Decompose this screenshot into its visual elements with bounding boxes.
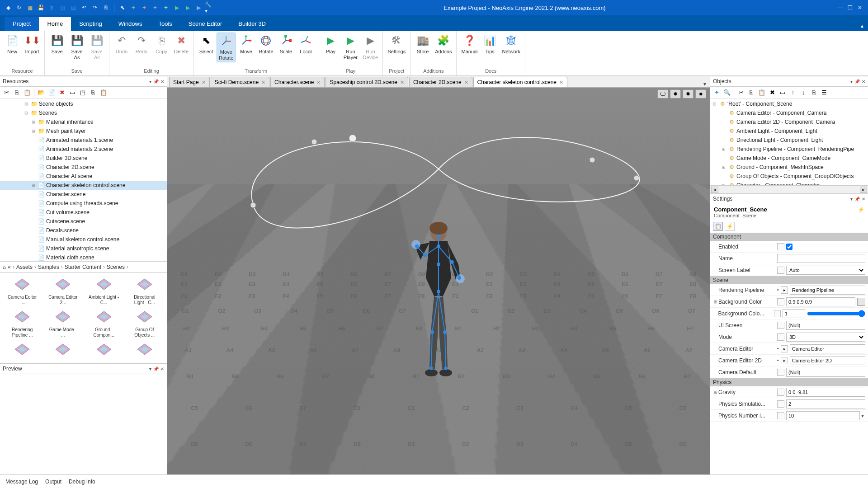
redo-button[interactable]: ↷Redo	[132, 33, 151, 56]
bgcolor-input[interactable]	[786, 297, 855, 306]
menu-scene-editor[interactable]: Scene Editor	[180, 17, 230, 31]
tree-item[interactable]: ⊞📁Mesh paint layer	[0, 127, 167, 136]
document-tab[interactable]: Start Page✕	[169, 77, 210, 87]
lightning-icon[interactable]: ⚡	[858, 206, 864, 213]
run-player-button[interactable]: ▶Run Player	[341, 33, 360, 61]
tree-item[interactable]: 📄Cutscene.scene	[0, 217, 167, 226]
settings-tab-props[interactable]: 📋	[713, 222, 723, 231]
objects-tree[interactable]: ⊟⚙'Root' - Component_Scene⚙Camera Editor…	[710, 99, 868, 185]
vp-monitor-icon[interactable]: 🖵	[657, 89, 668, 99]
copy-icon[interactable]: ⎘	[747, 88, 756, 97]
asset-item[interactable]	[126, 342, 163, 360]
tree-item[interactable]: 📄Animated materials 1.scene	[0, 136, 167, 145]
asset-item[interactable]: Ambient Light - C...	[85, 277, 123, 305]
breadcrumb-item[interactable]: Scenes	[107, 264, 125, 270]
menu-home[interactable]: Home	[39, 17, 71, 31]
scale-button[interactable]: Scale	[276, 33, 295, 56]
vp-camera-icon[interactable]: ■	[695, 89, 706, 99]
menu-scripting[interactable]: Scripting	[71, 17, 110, 31]
tree-toggle-icon[interactable]: ⊞	[721, 165, 726, 169]
tree-item[interactable]: ⊞⚙Character - Component_Character	[710, 181, 868, 185]
close-icon[interactable]: ✕	[855, 3, 864, 12]
folder-open-icon[interactable]: 📂	[37, 88, 46, 97]
vp-light2-icon[interactable]: ✹	[683, 89, 693, 99]
tree-item[interactable]: ⊞⚙Rendering Pipeline - Component_Renderi…	[710, 145, 868, 154]
asset-item[interactable]: Camera Editor - ...	[4, 277, 41, 305]
camera-editor-input[interactable]	[790, 344, 865, 353]
panel-pin-icon[interactable]: 📌	[854, 79, 860, 84]
qat-undo-icon[interactable]: ↶	[80, 3, 89, 12]
enabled-checkbox[interactable]	[786, 244, 793, 250]
settings-button[interactable]: 🛠Settings	[386, 33, 407, 56]
save-as-button[interactable]: 💾Save As	[67, 33, 86, 61]
asset-item[interactable]: Directional Light - C...	[126, 277, 163, 305]
panel-dropdown-icon[interactable]: ▾	[850, 197, 853, 202]
new-file-icon[interactable]: 📄	[47, 88, 56, 97]
status-output[interactable]: Output	[45, 479, 61, 485]
qat-select-icon[interactable]: ⬉	[118, 3, 127, 12]
asset-item[interactable]	[85, 342, 123, 360]
qat-sync-icon[interactable]: ↻	[14, 3, 24, 12]
rotate-button[interactable]: Rotate	[256, 33, 275, 56]
status-debug-info[interactable]: Debug Info	[69, 479, 95, 485]
asset-item[interactable]: Camera Editor 2...	[44, 277, 81, 305]
breadcrumb-item[interactable]: Assets	[16, 264, 33, 270]
rename-icon[interactable]: ▭	[68, 88, 77, 97]
ribbon-collapse-icon[interactable]: ▴	[856, 21, 868, 31]
save-button[interactable]: 💾Save	[47, 33, 66, 56]
breadcrumb-item[interactable]: «	[8, 264, 11, 270]
tree-item[interactable]: 📄Cut volume.scene	[0, 208, 167, 217]
name-input[interactable]	[777, 254, 865, 263]
tab-close-icon[interactable]: ✕	[464, 80, 468, 85]
horizontal-scrollbar[interactable]: ◄►	[710, 185, 868, 193]
qat-tools-icon[interactable]: 🔧▾	[205, 3, 214, 12]
color-swatch[interactable]	[857, 298, 865, 306]
breadcrumb-item[interactable]: Samples	[38, 264, 59, 270]
qat-save-icon[interactable]: 💾	[36, 3, 45, 12]
document-tab[interactable]: Character skeleton control.scene✕	[473, 77, 567, 87]
screen-label-combo[interactable]: Auto	[786, 266, 865, 275]
minimize-icon[interactable]: —	[835, 3, 844, 12]
settings-tab-events[interactable]: ⚡	[725, 222, 735, 231]
qat-copy-icon[interactable]: ⎘	[101, 3, 110, 12]
tree-item[interactable]: ⊟⚙'Root' - Component_Scene	[710, 99, 868, 108]
tab-close-icon[interactable]: ✕	[202, 80, 206, 85]
panel-pin-icon[interactable]: 📌	[153, 366, 159, 371]
tree-toggle-icon[interactable]: ⊞	[721, 147, 726, 151]
mode-combo[interactable]: 3D	[786, 333, 865, 342]
tab-close-icon[interactable]: ✕	[261, 80, 265, 85]
save-all-button[interactable]: 💾Save All	[87, 33, 106, 61]
panel-pin-icon[interactable]: 📌	[153, 79, 159, 84]
run-device-button[interactable]: ▶Run Device	[361, 33, 380, 61]
paste-icon[interactable]: 📋	[757, 88, 766, 97]
tree-item[interactable]: 📄Character AI.scene	[0, 172, 167, 181]
tab-close-icon[interactable]: ✕	[316, 80, 321, 85]
menu-project[interactable]: Project	[5, 17, 39, 31]
qat-layout1-icon[interactable]: ◫	[58, 3, 67, 12]
delete-button[interactable]: ✖Delete	[172, 33, 191, 56]
duplicate-icon[interactable]: ⎘	[89, 88, 98, 97]
menu-builder-3d[interactable]: Builder 3D	[230, 17, 274, 31]
rename-icon[interactable]: ▭	[778, 88, 787, 97]
breadcrumb[interactable]: ⌂«›Assets›Samples›Starter Content›Scenes…	[0, 261, 167, 273]
delete-icon[interactable]: ✖	[768, 88, 777, 97]
tree-item[interactable]: ⚙Camera Editor - Component_Camera	[710, 108, 868, 117]
import-button[interactable]: ⬇⬇Import	[23, 33, 42, 56]
tab-close-icon[interactable]: ✕	[559, 80, 563, 85]
qat-axis4-icon[interactable]: ✦	[161, 3, 170, 12]
tree-item[interactable]: 📄Builder 3D.scene	[0, 154, 167, 163]
addons-button[interactable]: 🧩Addons	[433, 33, 453, 56]
character-figure[interactable]	[398, 219, 479, 388]
tree-toggle-icon[interactable]: ⊞	[31, 183, 36, 188]
tree-item[interactable]: 📄Character.scene	[0, 190, 167, 199]
asset-item[interactable]: Rendering Pipeline ...	[4, 309, 41, 338]
local-button[interactable]: Local	[296, 33, 315, 56]
tree-item[interactable]: ⚙Directional Light - Component_Light	[710, 136, 868, 145]
vp-light-icon[interactable]: ✸	[670, 89, 681, 99]
qat-new-icon[interactable]: ▦	[25, 3, 34, 12]
panel-close-icon[interactable]: ✕	[160, 366, 164, 371]
physics-num-input[interactable]	[786, 411, 860, 420]
gravity-input[interactable]	[786, 388, 865, 397]
panel-dropdown-icon[interactable]: ▾	[149, 366, 151, 371]
cut-icon[interactable]: ✂	[2, 88, 11, 97]
